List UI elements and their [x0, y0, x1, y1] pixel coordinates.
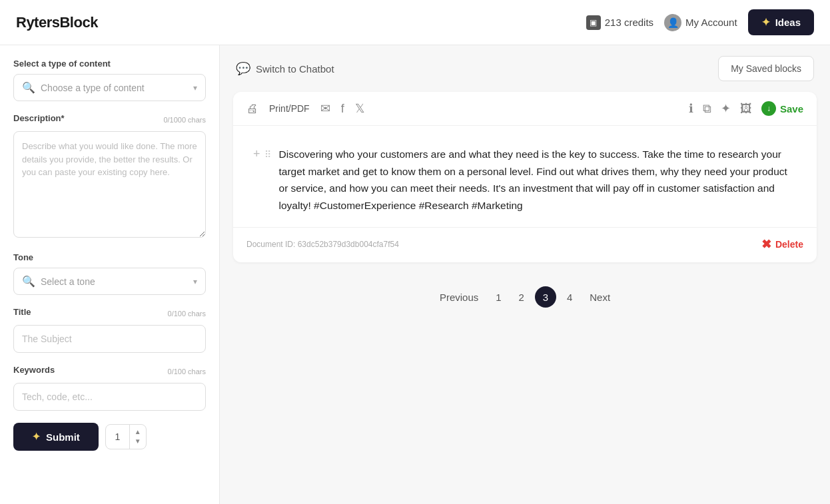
twitter-icon[interactable]: 𝕏: [355, 101, 365, 116]
keywords-char-count: 0/100 chars: [168, 368, 206, 376]
chatbot-icon: 💬: [236, 61, 250, 76]
title-char-count: 0/100 chars: [168, 310, 206, 318]
pagination-previous-button[interactable]: Previous: [433, 288, 485, 307]
header-right: ▣ 213 credits 👤 My Account ✦ Ideas: [586, 9, 814, 35]
print-pdf-label[interactable]: Print/PDF: [269, 103, 310, 114]
credits-amount: 213 credits: [605, 17, 653, 28]
doc-id-label: Document ID: 63dc52b379d3db004cfa7f54: [246, 240, 399, 249]
doc-id-row: Document ID: 63dc52b379d3db004cfa7f54 ✖ …: [233, 227, 817, 262]
title-section: Title 0/100 chars: [13, 307, 206, 353]
info-icon[interactable]: ℹ: [689, 101, 693, 116]
delete-button[interactable]: ✖ Delete: [761, 237, 803, 252]
credits-badge[interactable]: ▣ 213 credits: [586, 15, 653, 30]
submit-button[interactable]: ✦ Submit: [13, 423, 99, 451]
pagination-next-button[interactable]: Next: [583, 288, 617, 307]
delete-icon: ✖: [761, 237, 771, 252]
copy-icon[interactable]: ⧉: [703, 102, 711, 116]
tone-search-icon: 🔍: [22, 275, 35, 288]
counter-arrows: ▲ ▼: [130, 427, 146, 447]
description-char-count: 0/1000 chars: [163, 116, 206, 124]
pagination-page1-button[interactable]: 1: [489, 288, 508, 307]
tone-section: Tone 🔍 Select a tone ▾: [13, 252, 206, 295]
counter-value: 1: [106, 425, 130, 449]
toolbar-right: ℹ ⧉ ✦ 🖼 ↓ Save: [689, 101, 803, 116]
magic-icon[interactable]: ✦: [721, 101, 731, 116]
my-account-button[interactable]: 👤 My Account: [664, 14, 737, 31]
card-body: + ⠿ Discovering who your customers are a…: [233, 126, 817, 227]
app-header: RytersBlock ▣ 213 credits 👤 My Account ✦…: [0, 0, 830, 45]
main-content: 💬 Switch to Chatbot My Saved blocks 🖨 Pr…: [220, 45, 830, 504]
logo-block-text: Block: [59, 14, 97, 31]
tone-chevron-icon: ▾: [193, 277, 197, 286]
logo: RytersBlock: [16, 14, 98, 31]
credits-icon: ▣: [586, 15, 601, 30]
save-button[interactable]: ↓ Save: [761, 101, 803, 116]
keywords-section: Keywords 0/100 chars: [13, 365, 206, 411]
content-card: 🖨 Print/PDF ✉ f 𝕏 ℹ ⧉ ✦ 🖼 ↓ Save: [233, 92, 817, 262]
submit-row: ✦ Submit 1 ▲ ▼: [13, 423, 206, 451]
title-label: Title: [13, 307, 31, 317]
counter-box: 1 ▲ ▼: [105, 424, 147, 449]
facebook-icon[interactable]: f: [341, 102, 344, 116]
content-type-placeholder: Choose a type of content: [41, 83, 193, 93]
ideas-button[interactable]: ✦ Ideas: [748, 9, 814, 35]
content-type-section: Select a type of content 🔍 Choose a type…: [13, 59, 206, 101]
keywords-label: Keywords: [13, 365, 55, 375]
switch-chatbot-button[interactable]: 💬 Switch to Chatbot: [236, 61, 334, 76]
switch-chatbot-label: Switch to Chatbot: [256, 63, 334, 75]
logo-ryters-text: Ryters: [16, 14, 59, 31]
content-topbar: 💬 Switch to Chatbot My Saved blocks: [220, 45, 830, 92]
card-body-text: Discovering who your customers are and w…: [279, 146, 797, 214]
tone-label: Tone: [13, 252, 206, 262]
submit-label: Submit: [46, 431, 80, 443]
toolbar-left: 🖨 Print/PDF ✉ f 𝕏: [246, 101, 365, 116]
submit-sparkle-icon: ✦: [32, 431, 41, 443]
content-type-chevron-icon: ▾: [193, 83, 197, 93]
print-pdf-icon[interactable]: 🖨: [246, 102, 258, 116]
email-icon[interactable]: ✉: [320, 101, 330, 116]
save-icon: ↓: [761, 101, 776, 116]
my-account-label: My Account: [685, 17, 737, 28]
my-saved-blocks-label: My Saved blocks: [731, 63, 801, 74]
pagination-page2-button[interactable]: 2: [512, 288, 531, 307]
pagination-page3-button[interactable]: 3: [535, 286, 556, 308]
description-section: Description* 0/1000 chars: [13, 113, 206, 240]
my-saved-blocks-button[interactable]: My Saved blocks: [718, 56, 814, 81]
add-block-button[interactable]: +: [253, 147, 260, 161]
card-body-controls: + ⠿: [253, 146, 271, 161]
card-toolbar: 🖨 Print/PDF ✉ f 𝕏 ℹ ⧉ ✦ 🖼 ↓ Save: [233, 92, 817, 126]
content-type-label: Select a type of content: [13, 59, 206, 69]
counter-up-button[interactable]: ▲: [134, 428, 142, 436]
content-type-dropdown[interactable]: 🔍 Choose a type of content ▾: [13, 74, 206, 101]
tone-placeholder: Select a tone: [41, 276, 193, 287]
sidebar: Select a type of content 🔍 Choose a type…: [0, 45, 220, 504]
title-input[interactable]: [13, 325, 206, 353]
content-type-search-icon: 🔍: [22, 81, 35, 94]
pagination-page4-button[interactable]: 4: [560, 288, 579, 307]
delete-label: Delete: [775, 239, 803, 250]
pagination: Previous 1 2 3 4 Next: [220, 276, 830, 324]
main-layout: Select a type of content 🔍 Choose a type…: [0, 45, 830, 504]
tone-dropdown[interactable]: 🔍 Select a tone ▾: [13, 268, 206, 295]
ideas-sparkle-icon: ✦: [761, 16, 770, 29]
image-icon[interactable]: 🖼: [740, 102, 752, 116]
ideas-label: Ideas: [775, 17, 801, 28]
save-label: Save: [780, 103, 803, 115]
account-avatar: 👤: [664, 14, 681, 31]
description-label: Description*: [13, 113, 65, 123]
drag-handle-icon[interactable]: ⠿: [264, 149, 271, 160]
keywords-input[interactable]: [13, 383, 206, 411]
counter-down-button[interactable]: ▼: [134, 437, 142, 445]
description-textarea[interactable]: [13, 131, 206, 238]
